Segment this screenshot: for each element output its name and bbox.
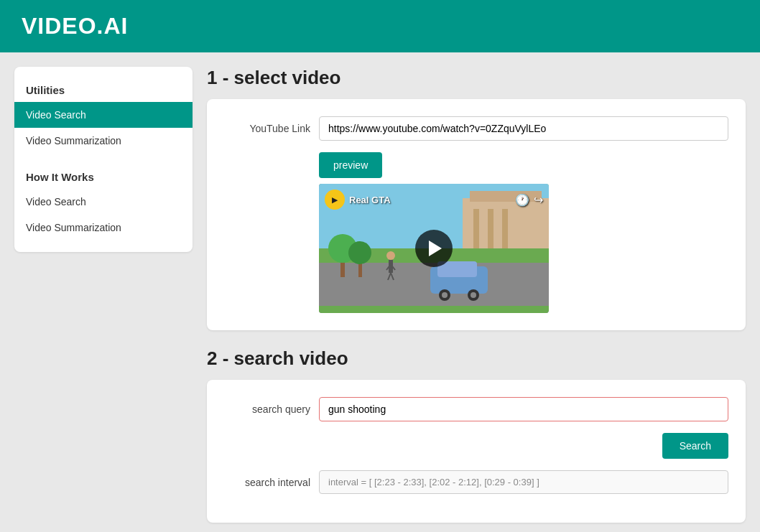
video-actions: 🕐 ↪ xyxy=(515,193,543,207)
main-layout: Utilities Video Search Video Summarizati… xyxy=(0,52,760,532)
sidebar-utilities-heading: Utilities xyxy=(14,78,193,102)
play-button[interactable] xyxy=(415,230,453,267)
sidebar-item-how-video-search[interactable]: Video Search xyxy=(14,189,193,215)
content-area: 1 - select video YouTube Link preview xyxy=(207,67,746,532)
search-button[interactable]: Search xyxy=(662,433,728,459)
search-label: search query xyxy=(224,403,310,415)
search-interval-input xyxy=(319,470,728,494)
app-title: VIDEO.AI xyxy=(22,13,128,39)
search-interval-row: search interval xyxy=(224,470,728,494)
search-query-row: search query xyxy=(224,397,728,421)
video-thumbnail-container[interactable]: ▶ Real GTA 🕐 ↪ xyxy=(319,184,549,313)
svg-rect-5 xyxy=(502,209,508,248)
youtube-label: YouTube Link xyxy=(224,123,310,134)
sidebar-item-video-search[interactable]: Video Search xyxy=(14,102,193,128)
sidebar-item-video-summarization[interactable]: Video Summarization xyxy=(14,128,193,154)
video-thumbnail: ▶ Real GTA 🕐 ↪ xyxy=(319,184,549,313)
section2-card: search query Search search interval xyxy=(207,380,746,523)
play-icon xyxy=(429,241,442,256)
video-title-bar: ▶ Real GTA 🕐 ↪ xyxy=(325,190,543,210)
search-button-row: Search xyxy=(224,433,728,459)
svg-point-14 xyxy=(386,251,395,260)
svg-rect-3 xyxy=(473,209,479,248)
sidebar-how-it-works-heading: How It Works xyxy=(14,165,193,189)
youtube-input[interactable] xyxy=(319,116,728,141)
sidebar-item-how-video-summarization[interactable]: Video Summarization xyxy=(14,215,193,241)
sidebar-divider xyxy=(14,154,193,165)
header: VIDEO.AI xyxy=(0,0,760,52)
svg-point-13 xyxy=(471,292,476,298)
clock-icon: 🕐 xyxy=(515,193,529,207)
sidebar: Utilities Video Search Video Summarizati… xyxy=(14,67,193,252)
preview-button[interactable]: preview xyxy=(319,152,382,178)
section1-title: 1 - select video xyxy=(207,67,746,89)
interval-label: search interval xyxy=(224,477,310,488)
youtube-link-row: YouTube Link xyxy=(224,116,728,141)
video-logo-icon: ▶ xyxy=(325,190,345,210)
preview-button-row: preview xyxy=(224,152,728,178)
share-icon: ↪ xyxy=(534,193,543,207)
svg-rect-4 xyxy=(488,209,493,248)
search-input[interactable] xyxy=(319,397,728,421)
svg-point-12 xyxy=(442,292,448,298)
section1-card: YouTube Link preview xyxy=(207,99,746,330)
section2-title: 2 - search video xyxy=(207,347,746,370)
video-title-text: Real GTA xyxy=(349,195,391,205)
svg-point-23 xyxy=(348,241,371,264)
